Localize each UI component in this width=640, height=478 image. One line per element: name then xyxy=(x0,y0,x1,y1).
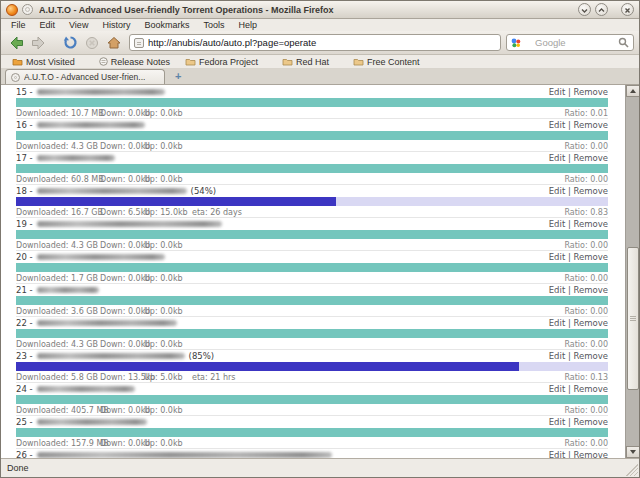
edit-link[interactable]: Edit xyxy=(549,318,565,328)
stat-up-speed: Up: 0.0kb xyxy=(144,439,192,448)
page-favicon-icon xyxy=(134,38,144,48)
reload-button[interactable] xyxy=(60,33,80,53)
torrent-number: 15 - xyxy=(16,87,33,97)
stat-ratio: Ratio: 0.00 xyxy=(564,274,608,283)
stat-downloaded: Downloaded: 5.8 GB xyxy=(16,373,100,382)
remove-link[interactable]: Remove xyxy=(574,252,609,262)
remove-link[interactable]: Remove xyxy=(574,384,609,394)
stat-down-speed: Down: 0.0kb xyxy=(100,406,144,415)
maximize-button[interactable] xyxy=(595,3,608,16)
torrent-name-redacted xyxy=(37,188,187,194)
bookmark-red-hat[interactable]: Red Hat xyxy=(276,57,344,67)
menu-bookmarks[interactable]: Bookmarks xyxy=(137,19,196,31)
edit-link[interactable]: Edit xyxy=(549,285,565,295)
stat-ratio: Ratio: 0.01 xyxy=(564,109,608,118)
folder-icon xyxy=(282,57,293,66)
stat-up-speed: Up: 0.0kb xyxy=(144,307,192,316)
edit-link[interactable]: Edit xyxy=(549,417,565,427)
search-input[interactable] xyxy=(535,37,615,48)
menu-edit[interactable]: Edit xyxy=(33,19,63,31)
torrent-entry: 21 - Edit | Remove Downloaded: 3.6 GB Do… xyxy=(16,284,608,317)
search-bar[interactable] xyxy=(506,34,634,51)
back-button[interactable] xyxy=(6,33,26,53)
torrent-name-redacted xyxy=(37,89,165,95)
remove-link[interactable]: Remove xyxy=(574,186,609,196)
browser-window: A.U.T.O - Advanced User-friendly Torrent… xyxy=(0,0,640,478)
torrent-number: 23 - xyxy=(16,351,33,361)
remove-link[interactable]: Remove xyxy=(574,318,609,328)
remove-link[interactable]: Remove xyxy=(574,417,609,427)
torrent-entry: 15 - Edit | Remove Downloaded: 10.7 MB D… xyxy=(16,86,608,119)
search-engine-icon[interactable] xyxy=(511,38,521,48)
scrollbar-thumb[interactable] xyxy=(627,247,639,390)
tab-auto[interactable]: A.U.T.O - Advanced User-frien... xyxy=(5,69,165,84)
torrent-entry: 20 - Edit | Remove Downloaded: 1.7 GB Do… xyxy=(16,251,608,284)
vertical-scrollbar[interactable] xyxy=(625,85,639,458)
stat-up-speed: Up: 0.0kb xyxy=(144,175,192,184)
window-menu-icon[interactable] xyxy=(22,4,33,15)
bookmark-fedora-project[interactable]: Fedora Project xyxy=(179,57,273,67)
search-magnifier-icon[interactable] xyxy=(618,37,629,48)
scroll-down-icon[interactable] xyxy=(626,446,639,458)
menu-history[interactable]: History xyxy=(95,19,137,31)
stat-downloaded: Downloaded: 405.7 MB xyxy=(16,406,100,415)
stat-ratio: Ratio: 0.00 xyxy=(564,241,608,250)
torrent-name-redacted xyxy=(37,155,115,161)
remove-link[interactable]: Remove xyxy=(574,87,609,97)
list-all-tabs-icon[interactable] xyxy=(630,64,636,82)
menu-help[interactable]: Help xyxy=(231,19,264,31)
progress-bar xyxy=(16,230,608,239)
stat-ratio: Ratio: 0.00 xyxy=(564,175,608,184)
menu-tools[interactable]: Tools xyxy=(196,19,231,31)
edit-link[interactable]: Edit xyxy=(549,351,565,361)
torrent-actions: Edit | Remove xyxy=(549,87,608,97)
minimize-button[interactable] xyxy=(578,3,591,16)
edit-link[interactable]: Edit xyxy=(549,252,565,262)
menu-file[interactable]: File xyxy=(4,19,33,31)
scroll-up-icon[interactable] xyxy=(626,85,639,97)
progress-fill xyxy=(16,362,519,371)
torrent-entry: 22 - Edit | Remove Downloaded: 4.3 GB Do… xyxy=(16,317,608,350)
stat-down-speed: Down: 0.0kb xyxy=(100,175,144,184)
edit-link[interactable]: Edit xyxy=(549,153,565,163)
torrent-name-redacted xyxy=(37,452,332,458)
resize-grip[interactable] xyxy=(626,464,638,476)
stat-down-speed: Down: 0.0kb xyxy=(100,142,144,151)
bookmark-most-visited[interactable]: Most Visited xyxy=(6,57,90,67)
forward-button[interactable] xyxy=(28,33,48,53)
remove-link[interactable]: Remove xyxy=(574,120,609,130)
stat-downloaded: Downloaded: 4.3 GB xyxy=(16,241,100,250)
torrent-percent: (85%) xyxy=(189,351,215,361)
torrent-name-redacted xyxy=(37,419,147,425)
url-input[interactable] xyxy=(148,37,484,48)
remove-link[interactable]: Remove xyxy=(574,285,609,295)
bookmark-free-content[interactable]: Free Content xyxy=(347,57,435,67)
edit-link[interactable]: Edit xyxy=(549,219,565,229)
edit-link[interactable]: Edit xyxy=(549,87,565,97)
bookmark-release-notes[interactable]: Release Notes xyxy=(93,57,176,67)
stat-down-speed: Down: 13.5kb xyxy=(100,373,144,382)
link-separator: | xyxy=(565,219,573,229)
tab-label: A.U.T.O - Advanced User-frien... xyxy=(24,72,145,82)
home-button[interactable] xyxy=(104,33,124,53)
remove-link[interactable]: Remove xyxy=(574,153,609,163)
remove-link[interactable]: Remove xyxy=(574,450,609,459)
page-icon xyxy=(99,57,108,66)
remove-link[interactable]: Remove xyxy=(574,219,609,229)
progress-fill xyxy=(16,197,336,206)
close-button[interactable] xyxy=(621,3,634,16)
torrent-actions: Edit | Remove xyxy=(549,252,608,262)
stop-button[interactable] xyxy=(82,33,102,53)
torrent-entry: 19 - Edit | Remove Downloaded: 4.3 GB Do… xyxy=(16,218,608,251)
edit-link[interactable]: Edit xyxy=(549,186,565,196)
menu-view[interactable]: View xyxy=(62,19,95,31)
url-bar[interactable] xyxy=(129,34,501,51)
torrent-actions: Edit | Remove xyxy=(549,153,608,163)
edit-link[interactable]: Edit xyxy=(549,450,565,459)
remove-link[interactable]: Remove xyxy=(574,351,609,361)
stat-eta: eta: 26 days xyxy=(192,208,242,217)
stat-down-speed: Down: 0.0kb xyxy=(100,340,144,349)
new-tab-button[interactable]: + xyxy=(175,69,181,84)
edit-link[interactable]: Edit xyxy=(549,120,565,130)
edit-link[interactable]: Edit xyxy=(549,384,565,394)
